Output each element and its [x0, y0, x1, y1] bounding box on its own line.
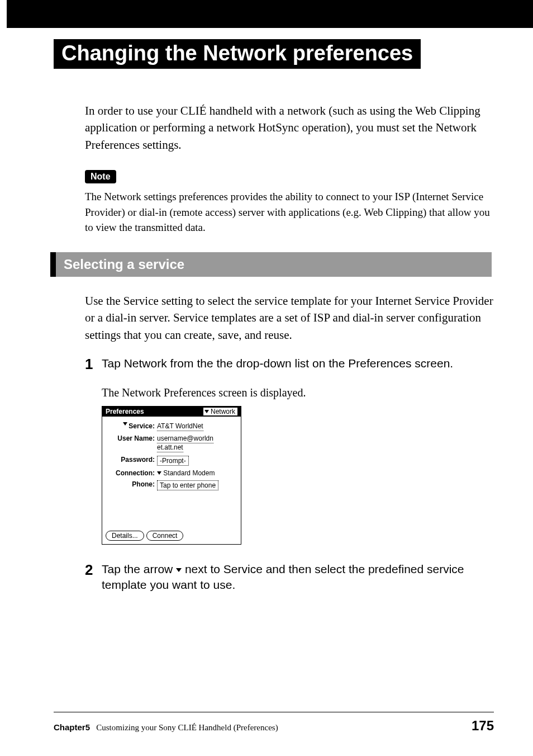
step-subtext: The Network Preferences screen is displa… — [102, 386, 494, 399]
page-content: Changing the Network preferences In orde… — [0, 28, 533, 596]
username-value-line1[interactable]: username@worldn — [157, 434, 213, 443]
username-label: User Name: — [107, 434, 157, 452]
step-title: Tap the arrow next to Service and then s… — [102, 561, 493, 593]
step-2: 2 Tap the arrow next to Service and then… — [85, 561, 494, 597]
phone-value[interactable]: Tap to enter phone — [157, 480, 218, 490]
chevron-down-icon[interactable] — [123, 422, 127, 426]
step-number: 2 — [85, 561, 99, 579]
section-intro: Use the Service setting to select the se… — [85, 292, 494, 343]
page-number: 175 — [472, 718, 494, 734]
step-number: 1 — [85, 356, 99, 373]
username-value-line2[interactable]: et.att.net — [157, 443, 183, 452]
details-button[interactable]: Details... — [106, 531, 144, 541]
palm-header-title: Preferences — [106, 408, 144, 415]
palm-header: Preferences Network — [102, 407, 241, 417]
password-value[interactable]: -Prompt- — [157, 456, 189, 466]
palm-header-dropdown[interactable]: Network — [203, 408, 237, 415]
phone-label: Phone: — [107, 480, 157, 490]
password-label: Password: — [107, 456, 157, 466]
step-title: Tap Network from the the drop-down list … — [102, 356, 493, 371]
section-heading: Selecting a service — [50, 252, 492, 277]
chevron-down-icon — [204, 410, 209, 413]
service-label: Service: — [107, 422, 157, 431]
palm-body: Service: AT&T WorldNet User Name: userna… — [102, 417, 241, 497]
top-black-bar — [0, 0, 533, 28]
chevron-down-icon — [157, 471, 161, 475]
connection-value[interactable]: Standard Modem — [157, 469, 236, 477]
chevron-down-icon — [176, 568, 182, 572]
page-title: Changing the Network preferences — [54, 39, 421, 69]
intro-paragraph: In order to use your CLIÉ handheld with … — [85, 102, 494, 153]
palm-screenshot: Preferences Network Service: AT&T WorldN… — [102, 406, 241, 545]
chapter-label: Chapter5 — [54, 722, 90, 732]
chapter-title: Customizing your Sony CLIÉ Handheld (Pre… — [96, 723, 278, 732]
palm-header-category: Network — [211, 408, 235, 415]
connection-label: Connection: — [107, 469, 157, 477]
note-badge: Note — [85, 170, 116, 183]
service-value[interactable]: AT&T WorldNet — [157, 422, 203, 431]
connect-button[interactable]: Connect — [146, 531, 184, 541]
page-footer: Chapter5 Customizing your Sony CLIÉ Hand… — [54, 712, 494, 734]
step-1: 1 Tap Network from the the drop-down lis… — [85, 356, 494, 375]
note-text: The Network settings preferences provide… — [85, 189, 494, 235]
